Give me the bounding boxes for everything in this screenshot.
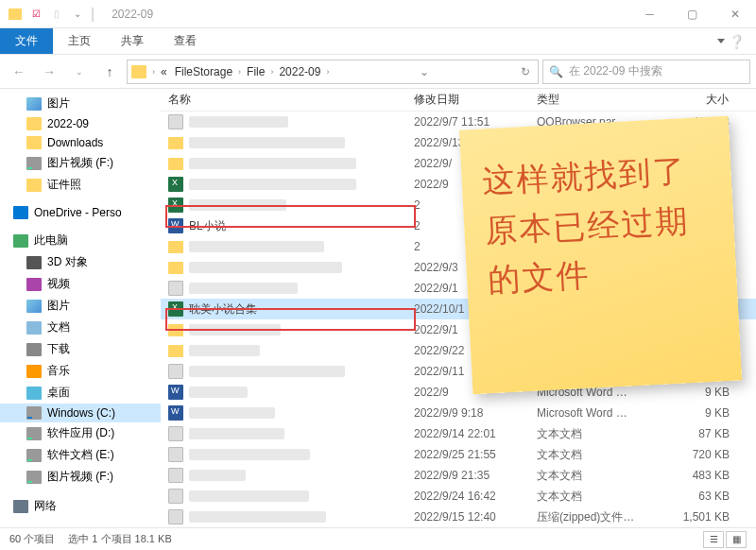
- tab-view[interactable]: 查看: [159, 28, 212, 54]
- navigation-pane[interactable]: 图片2022-09Downloads图片视频 (F:)证件照OneDrive -…: [0, 89, 161, 527]
- file-name-redacted: [189, 428, 284, 439]
- sidebar-item[interactable]: 证件照: [0, 174, 161, 196]
- file-row[interactable]: 2022/9Microsoft Word …9 KB: [161, 382, 756, 403]
- chevron-down-icon: [717, 39, 725, 43]
- sidebar-item[interactable]: 此电脑: [0, 230, 161, 251]
- sidebar-item-label: 网络: [34, 498, 57, 514]
- status-item-count: 60 个项目: [9, 532, 55, 546]
- breadcrumb-ellipsis[interactable]: «: [157, 65, 171, 78]
- sidebar-item[interactable]: OneDrive - Perso: [0, 203, 161, 222]
- sidebar-item-label: 2022-09: [47, 117, 89, 130]
- ico-folder-icon: [26, 136, 42, 149]
- file-row[interactable]: 2022/9/9 21:35文本文档483 KB: [161, 465, 756, 486]
- up-button[interactable]: ↑: [96, 59, 123, 85]
- address-bar[interactable]: › « FileStorage › File › 2022-09 › ⌄ ↻: [127, 60, 539, 84]
- file-size: 720 KB: [652, 448, 737, 461]
- column-name[interactable]: 名称: [161, 92, 406, 108]
- file-name-redacted: [189, 116, 288, 128]
- file-name-redacted: [189, 241, 324, 252]
- file-row[interactable]: 2022/9/9 9:18Microsoft Word …9 KB: [161, 403, 756, 423]
- sidebar-item-label: 3D 对象: [47, 254, 88, 270]
- sidebar-item[interactable]: 图片: [0, 295, 161, 317]
- forward-button[interactable]: →: [36, 59, 62, 85]
- tab-file[interactable]: 文件: [0, 28, 53, 54]
- breadcrumb[interactable]: 2022-09: [275, 65, 324, 78]
- fi-excel-icon: [168, 301, 183, 317]
- sidebar-item-label: 软件应用 (D:): [47, 425, 114, 441]
- qat-checkbox-icon[interactable]: ☑: [28, 7, 43, 22]
- breadcrumb[interactable]: File: [243, 65, 268, 78]
- sidebar-item[interactable]: Windows (C:): [0, 404, 161, 422]
- search-input[interactable]: 🔍 在 2022-09 中搜索: [542, 60, 750, 84]
- file-name-redacted: [189, 387, 248, 398]
- minimize-button[interactable]: ─: [628, 0, 671, 28]
- qat-dropdown-icon[interactable]: ⌄: [70, 7, 85, 22]
- file-row[interactable]: 2022/9/25 21:55文本文档720 KB: [161, 444, 756, 465]
- fi-generic-icon: [168, 509, 183, 524]
- sidebar-item-label: 音乐: [47, 363, 70, 379]
- file-name: BL小说: [189, 218, 226, 234]
- close-button[interactable]: ✕: [713, 0, 756, 28]
- sidebar-item[interactable]: 视频: [0, 273, 161, 295]
- fi-folder-icon: [168, 345, 183, 357]
- refresh-button[interactable]: ↻: [517, 65, 534, 78]
- ico-mus-icon: [26, 365, 42, 378]
- sidebar-item[interactable]: 桌面: [0, 382, 161, 404]
- file-name-redacted: [189, 324, 281, 335]
- tab-home[interactable]: 主页: [53, 28, 106, 54]
- view-thumbnails-button[interactable]: ▦: [726, 531, 747, 548]
- file-name-redacted: [189, 511, 326, 523]
- file-name-redacted: [189, 490, 309, 502]
- fi-word-icon: [168, 385, 183, 400]
- sidebar-item[interactable]: 图片视频 (F:): [0, 466, 161, 488]
- file-size: 9 KB: [652, 406, 737, 420]
- file-row[interactable]: 2022/9/15 12:40压缩(zipped)文件…1,501 KB: [161, 507, 756, 527]
- breadcrumb[interactable]: FileStorage: [171, 65, 236, 78]
- tab-share[interactable]: 共享: [106, 28, 159, 54]
- sidebar-item[interactable]: 图片: [0, 93, 161, 114]
- sidebar-item-label: 图片视频 (F:): [47, 155, 113, 171]
- file-type: 文本文档: [529, 426, 652, 442]
- status-bar: 60 个项目 选中 1 个项目 18.1 KB ☰ ▦: [0, 527, 756, 550]
- file-row[interactable]: 2022/9/24 16:42文本文档63 KB: [161, 486, 756, 507]
- ico-folder-icon: [26, 117, 42, 130]
- column-type[interactable]: 类型: [529, 92, 652, 108]
- view-details-button[interactable]: ☰: [703, 531, 724, 548]
- file-row[interactable]: 2022/9/14 22:01文本文档87 KB: [161, 423, 756, 444]
- ico-drive-icon: [26, 471, 42, 484]
- maximize-button[interactable]: ▢: [671, 0, 713, 28]
- file-name-redacted: [189, 158, 356, 169]
- ico-drive-icon: [26, 157, 42, 170]
- help-icon[interactable]: ❔: [729, 34, 745, 49]
- sidebar-item[interactable]: 软件应用 (D:): [0, 422, 161, 444]
- sidebar-item-label: 视频: [47, 276, 70, 292]
- sidebar-item[interactable]: Downloads: [0, 133, 161, 152]
- column-date[interactable]: 修改日期: [406, 92, 529, 108]
- annotation-sticky-note: 这样就找到了原本已经过期的文件: [459, 116, 742, 395]
- file-date: 2022/9/9 21:35: [406, 469, 529, 482]
- column-size[interactable]: 大小: [652, 92, 737, 108]
- sidebar-item[interactable]: 网络: [0, 495, 161, 517]
- sidebar-item-label: 图片: [47, 95, 70, 112]
- sidebar-item[interactable]: 软件文档 (E:): [0, 444, 161, 466]
- sidebar-item-label: 文档: [47, 319, 70, 335]
- sticky-note-text: 这样就找到了原本已经过期的文件: [481, 146, 716, 306]
- file-name-redacted: [189, 283, 298, 294]
- ico-vid-icon: [26, 278, 42, 291]
- back-button[interactable]: ←: [6, 59, 32, 85]
- address-dropdown[interactable]: ⌄: [416, 65, 433, 78]
- sidebar-item[interactable]: 文档: [0, 317, 161, 338]
- ribbon-expand-button[interactable]: ❔: [706, 28, 756, 54]
- sidebar-item[interactable]: 2022-09: [0, 114, 161, 133]
- sidebar-item[interactable]: 图片视频 (F:): [0, 152, 161, 174]
- fi-word-icon: [168, 218, 183, 233]
- fi-generic-icon: [168, 489, 183, 504]
- sidebar-item[interactable]: 下载: [0, 338, 161, 360]
- sidebar-item-label: 图片: [47, 298, 70, 314]
- window-title: 2022-09: [112, 8, 153, 21]
- file-type: Microsoft Word …: [529, 406, 652, 420]
- sidebar-item[interactable]: 音乐: [0, 360, 161, 382]
- recent-dropdown[interactable]: ⌄: [66, 59, 93, 85]
- ico-pic-icon: [26, 97, 42, 111]
- sidebar-item[interactable]: 3D 对象: [0, 251, 161, 273]
